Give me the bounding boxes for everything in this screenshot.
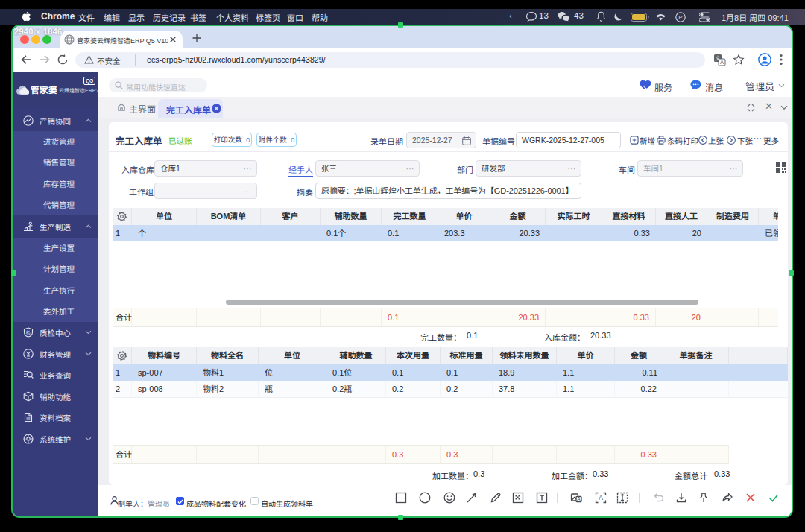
- svg-text:A: A: [720, 59, 724, 66]
- svg-text:检: 检: [26, 330, 31, 335]
- svg-text:A: A: [577, 496, 581, 501]
- svg-text:P: P: [678, 14, 682, 21]
- svg-text:A: A: [599, 494, 603, 501]
